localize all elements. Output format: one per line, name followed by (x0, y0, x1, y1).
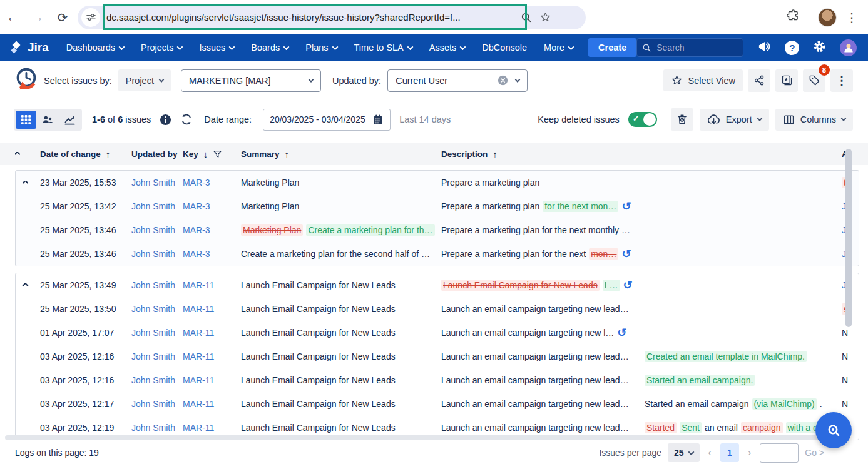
sort-desc-icon[interactable]: ↓ (203, 149, 208, 159)
sort-asc-icon[interactable]: ↑ (106, 149, 111, 159)
issue-key-link[interactable]: MAR-11 (183, 423, 214, 433)
collapse-group-icon[interactable] (23, 283, 29, 288)
revert-undo-icon[interactable]: ↺ (617, 327, 626, 338)
go-button[interactable]: Go > (805, 448, 824, 458)
text: Launch an email campaign targeting new l… (441, 422, 629, 433)
browser-reload-icon[interactable]: ⟳ (50, 10, 75, 25)
select-view-button[interactable]: Select View (663, 69, 743, 91)
announcements-megaphone-icon[interactable] (757, 39, 772, 56)
export-button[interactable]: Export (700, 109, 769, 131)
clear-x-icon[interactable] (498, 75, 508, 86)
keep-deleted-toggle[interactable]: ✓ (628, 112, 657, 127)
issue-key-link[interactable]: MAR-3 (183, 178, 210, 188)
url-text[interactable]: dc.saasjet.com/plugins/servlet/saasjet/i… (106, 12, 513, 23)
filter-mode-dropdown[interactable]: Project (118, 69, 171, 91)
url-search-icon[interactable] (521, 12, 532, 23)
issue-key-link[interactable]: MAR-11 (183, 351, 214, 361)
more-options-button[interactable]: ⋮ (830, 69, 853, 92)
grid-view-button[interactable] (16, 111, 36, 129)
issue-key-link[interactable]: MAR-3 (183, 249, 210, 259)
nav-search[interactable] (636, 38, 743, 57)
updated-by-link[interactable]: John Smith (131, 351, 175, 361)
nav-item-dashboards[interactable]: Dashboards (66, 43, 124, 53)
updated-by-link[interactable]: John Smith (131, 399, 175, 409)
sort-asc-icon[interactable]: ↑ (285, 149, 290, 159)
column-header-date[interactable]: Date of change↑ (40, 149, 131, 159)
collapse-all-header[interactable] (15, 152, 40, 156)
refresh-icon[interactable] (180, 113, 193, 126)
help-icon[interactable]: ? (785, 41, 799, 55)
nav-item-boards[interactable]: Boards (251, 43, 288, 53)
bookmark-star-icon[interactable] (539, 11, 551, 23)
people-view-button[interactable] (38, 111, 58, 129)
comment-cell: Started an email campaign (via MailChimp… (645, 398, 842, 410)
delete-logs-button[interactable] (671, 108, 693, 131)
updated-by-link[interactable]: John Smith (131, 225, 175, 235)
sort-asc-icon[interactable]: ↑ (493, 149, 498, 159)
issues-per-page-label: Issues per page (599, 448, 661, 458)
extensions-puzzle-icon[interactable] (787, 9, 800, 25)
quick-range-label[interactable]: Last 14 days (399, 114, 451, 124)
nav-item-time-to-sla[interactable]: Time to SLA (354, 43, 412, 53)
share-button[interactable] (748, 69, 770, 92)
next-page-icon[interactable]: › (745, 447, 753, 458)
issue-key-link[interactable]: MAR-11 (183, 280, 214, 290)
column-header-key[interactable]: Key↓ (183, 149, 241, 159)
updated-by-link[interactable]: John Smith (131, 304, 175, 314)
search-input[interactable] (656, 43, 738, 53)
nav-item-projects[interactable]: Projects (141, 43, 182, 53)
updated-by-link[interactable]: John Smith (131, 178, 175, 188)
info-icon[interactable] (160, 114, 171, 126)
updated-by-link[interactable]: John Smith (131, 375, 175, 385)
columns-button[interactable]: Columns (775, 109, 853, 131)
revert-undo-icon[interactable]: ↺ (621, 248, 631, 260)
jira-user-avatar[interactable] (840, 39, 857, 56)
filter-funnel-icon[interactable] (213, 149, 222, 159)
updated-by-link[interactable]: John Smith (131, 249, 175, 259)
site-info-icon[interactable] (81, 8, 100, 27)
column-header-comment[interactable]: Comment (645, 149, 848, 159)
issue-key-link[interactable]: MAR-11 (183, 328, 214, 338)
issue-key-link[interactable]: MAR-3 (183, 225, 210, 235)
revert-undo-icon[interactable]: ↺ (621, 201, 631, 212)
updated-by-link[interactable]: John Smith (131, 328, 175, 338)
collapse-group-icon[interactable] (23, 181, 29, 185)
nav-item-plans[interactable]: Plans (305, 43, 337, 53)
issue-key-link[interactable]: MAR-3 (183, 201, 210, 211)
column-header-description[interactable]: Description↑ (441, 149, 645, 159)
updated-by-link[interactable]: John Smith (131, 423, 175, 433)
column-header-summary[interactable]: Summary↑ (241, 149, 441, 159)
revert-undo-icon[interactable]: ↺ (623, 280, 633, 291)
page-number[interactable]: 1 (720, 443, 739, 462)
horizontal-scrollbar[interactable] (5, 435, 842, 440)
browser-back-icon[interactable]: ← (0, 10, 25, 24)
issue-key-link[interactable]: MAR-11 (183, 375, 214, 385)
settings-gear-icon[interactable] (812, 39, 827, 56)
nav-item-issues[interactable]: Issues (199, 43, 234, 53)
saved-reports-button[interactable] (775, 69, 798, 92)
vertical-scrollbar[interactable] (845, 149, 852, 327)
updated-by-select[interactable]: Current User (387, 69, 528, 92)
prev-page-icon[interactable]: ‹ (706, 447, 714, 458)
nav-item-dbconsole[interactable]: DbConsole (482, 43, 527, 53)
browser-menu-icon[interactable]: ⋮ (845, 10, 858, 25)
create-button[interactable]: Create (588, 38, 636, 57)
issue-key-link[interactable]: MAR-11 (183, 399, 214, 409)
chart-view-button[interactable] (59, 111, 80, 129)
browser-forward-icon[interactable]: → (25, 10, 50, 24)
address-bar[interactable]: dc.saasjet.com/plugins/servlet/saasjet/i… (78, 6, 586, 29)
go-to-page-input[interactable] (760, 443, 799, 463)
updated-by-link[interactable]: John Smith (131, 280, 175, 290)
issue-key-link[interactable]: MAR-11 (183, 304, 214, 314)
jira-logo[interactable]: Jira (9, 40, 49, 55)
date-range-input[interactable]: 20/03/2025 - 03/04/2025 (263, 109, 391, 131)
nav-item-assets[interactable]: Assets (429, 43, 466, 53)
updated-by-link[interactable]: John Smith (131, 201, 175, 211)
page-size-dropdown[interactable]: 25 (668, 443, 700, 462)
project-select[interactable]: MARKETING [MAR] (181, 69, 321, 92)
nav-item-more[interactable]: More (544, 43, 573, 53)
labels-button[interactable]: 8 (803, 69, 825, 92)
column-header-updated-by[interactable]: Updated by (131, 149, 183, 159)
browser-profile-avatar[interactable] (818, 8, 837, 27)
help-search-fab[interactable] (815, 412, 852, 448)
